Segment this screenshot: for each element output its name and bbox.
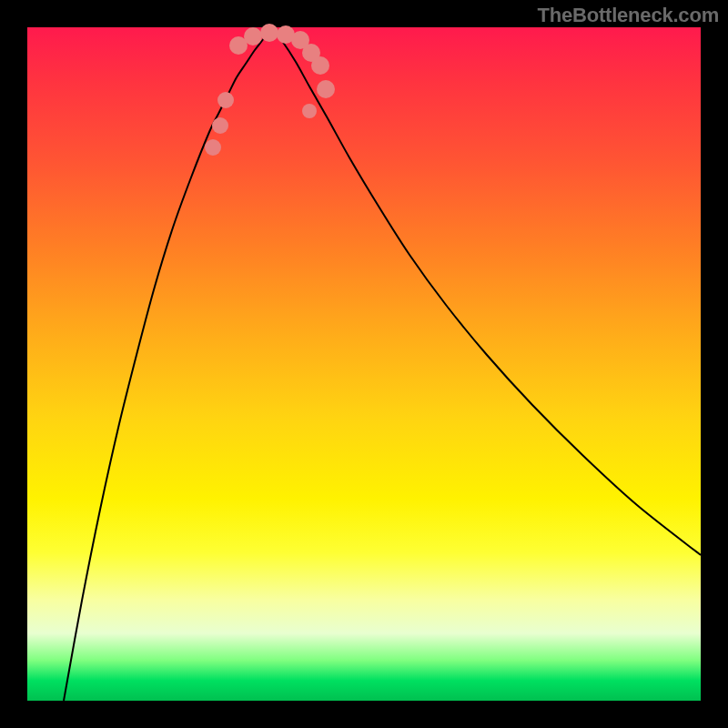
marker-group (205, 24, 335, 156)
scatter-point (311, 56, 329, 75)
scatter-point (260, 24, 278, 42)
watermark-text: TheBottleneck.com (537, 4, 719, 27)
curve-left-curve (64, 27, 271, 701)
scatter-point (217, 92, 234, 108)
curve-right-curve (271, 27, 701, 555)
scatter-point (244, 27, 262, 46)
plot-area (27, 27, 701, 701)
scatter-point (317, 80, 335, 98)
curve-group (64, 27, 701, 701)
scatter-point (302, 104, 317, 118)
chart-svg (27, 27, 701, 701)
scatter-point (212, 117, 228, 134)
scatter-point (205, 139, 221, 156)
